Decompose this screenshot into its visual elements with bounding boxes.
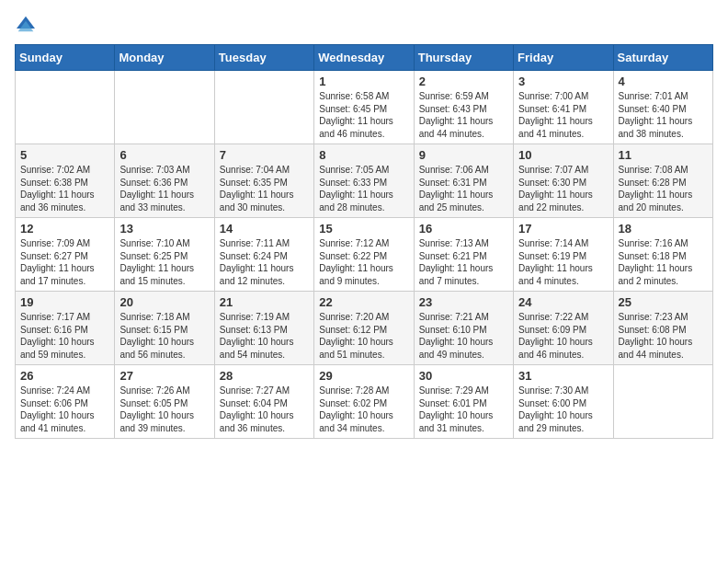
calendar-cell: 17Sunrise: 7:14 AM Sunset: 6:19 PM Dayli…: [514, 218, 613, 292]
day-header-saturday: Saturday: [613, 45, 712, 71]
calendar-cell: [115, 71, 214, 144]
day-number: 26: [20, 369, 109, 383]
day-number: 8: [319, 148, 408, 162]
day-number: 17: [518, 222, 608, 236]
day-number: 4: [619, 75, 708, 88]
day-info: Sunrise: 7:11 AM Sunset: 6:24 PM Dayligh…: [220, 237, 309, 287]
calendar-cell: 11Sunrise: 7:08 AM Sunset: 6:28 PM Dayli…: [613, 144, 712, 218]
day-number: 5: [20, 148, 109, 162]
calendar-cell: 31Sunrise: 7:30 AM Sunset: 6:00 PM Dayli…: [514, 365, 613, 439]
day-number: 9: [419, 148, 508, 162]
calendar-cell: 8Sunrise: 7:05 AM Sunset: 6:33 PM Daylig…: [314, 144, 414, 218]
calendar-cell: 7Sunrise: 7:04 AM Sunset: 6:35 PM Daylig…: [214, 144, 313, 218]
day-number: 30: [419, 369, 508, 383]
day-info: Sunrise: 7:09 AM Sunset: 6:27 PM Dayligh…: [20, 237, 109, 287]
week-row-4: 19Sunrise: 7:17 AM Sunset: 6:16 PM Dayli…: [16, 292, 713, 365]
day-info: Sunrise: 6:59 AM Sunset: 6:43 PM Dayligh…: [419, 90, 508, 140]
day-info: Sunrise: 7:16 AM Sunset: 6:18 PM Dayligh…: [619, 237, 708, 287]
logo-icon: [15, 15, 37, 33]
calendar-cell: 25Sunrise: 7:23 AM Sunset: 6:08 PM Dayli…: [613, 292, 712, 365]
calendar-cell: 16Sunrise: 7:13 AM Sunset: 6:21 PM Dayli…: [414, 218, 513, 292]
day-info: Sunrise: 7:22 AM Sunset: 6:09 PM Dayligh…: [518, 311, 608, 361]
day-header-tuesday: Tuesday: [214, 45, 313, 71]
day-number: 19: [20, 295, 109, 309]
day-info: Sunrise: 7:07 AM Sunset: 6:30 PM Dayligh…: [518, 164, 608, 213]
page-header: [15, 15, 713, 33]
calendar-cell: 2Sunrise: 6:59 AM Sunset: 6:43 PM Daylig…: [414, 71, 513, 144]
calendar-cell: 9Sunrise: 7:06 AM Sunset: 6:31 PM Daylig…: [414, 144, 513, 218]
calendar-cell: 15Sunrise: 7:12 AM Sunset: 6:22 PM Dayli…: [314, 218, 414, 292]
day-info: Sunrise: 7:17 AM Sunset: 6:16 PM Dayligh…: [20, 311, 109, 361]
day-number: 11: [619, 148, 708, 162]
calendar-cell: 20Sunrise: 7:18 AM Sunset: 6:15 PM Dayli…: [115, 292, 214, 365]
day-info: Sunrise: 7:12 AM Sunset: 6:22 PM Dayligh…: [319, 237, 408, 287]
day-info: Sunrise: 7:19 AM Sunset: 6:13 PM Dayligh…: [220, 311, 309, 361]
day-info: Sunrise: 7:04 AM Sunset: 6:35 PM Dayligh…: [220, 164, 309, 213]
calendar-cell: 4Sunrise: 7:01 AM Sunset: 6:40 PM Daylig…: [613, 71, 712, 144]
day-info: Sunrise: 7:23 AM Sunset: 6:08 PM Dayligh…: [619, 311, 708, 361]
day-number: 28: [220, 369, 309, 383]
calendar-cell: 5Sunrise: 7:02 AM Sunset: 6:38 PM Daylig…: [16, 144, 115, 218]
calendar-cell: 24Sunrise: 7:22 AM Sunset: 6:09 PM Dayli…: [514, 292, 613, 365]
calendar-cell: 23Sunrise: 7:21 AM Sunset: 6:10 PM Dayli…: [414, 292, 513, 365]
day-number: 22: [319, 295, 408, 309]
day-header-sunday: Sunday: [16, 45, 115, 71]
day-number: 6: [119, 148, 209, 162]
calendar-cell: 21Sunrise: 7:19 AM Sunset: 6:13 PM Dayli…: [214, 292, 313, 365]
day-number: 25: [619, 295, 708, 309]
day-number: 31: [518, 369, 608, 383]
calendar-cell: 6Sunrise: 7:03 AM Sunset: 6:36 PM Daylig…: [115, 144, 214, 218]
day-info: Sunrise: 7:00 AM Sunset: 6:41 PM Dayligh…: [518, 90, 608, 140]
calendar-cell: 13Sunrise: 7:10 AM Sunset: 6:25 PM Dayli…: [115, 218, 214, 292]
logo: [15, 15, 40, 33]
calendar-cell: 10Sunrise: 7:07 AM Sunset: 6:30 PM Dayli…: [514, 144, 613, 218]
day-number: 16: [419, 222, 508, 236]
day-info: Sunrise: 7:10 AM Sunset: 6:25 PM Dayligh…: [119, 237, 209, 287]
day-number: 14: [220, 222, 309, 236]
day-number: 21: [220, 295, 309, 309]
calendar-cell: 14Sunrise: 7:11 AM Sunset: 6:24 PM Dayli…: [214, 218, 313, 292]
day-number: 20: [119, 295, 209, 309]
day-info: Sunrise: 7:30 AM Sunset: 6:00 PM Dayligh…: [518, 385, 608, 434]
day-number: 15: [319, 222, 408, 236]
day-info: Sunrise: 7:01 AM Sunset: 6:40 PM Dayligh…: [619, 90, 708, 140]
calendar-cell: 22Sunrise: 7:20 AM Sunset: 6:12 PM Dayli…: [314, 292, 414, 365]
calendar-cell: 12Sunrise: 7:09 AM Sunset: 6:27 PM Dayli…: [16, 218, 115, 292]
calendar-cell: 28Sunrise: 7:27 AM Sunset: 6:04 PM Dayli…: [214, 365, 313, 439]
day-header-friday: Friday: [514, 45, 613, 71]
calendar-cell: [16, 71, 115, 144]
calendar-cell: 27Sunrise: 7:26 AM Sunset: 6:05 PM Dayli…: [115, 365, 214, 439]
day-info: Sunrise: 7:27 AM Sunset: 6:04 PM Dayligh…: [220, 385, 309, 434]
day-header-thursday: Thursday: [414, 45, 513, 71]
day-number: 10: [518, 148, 608, 162]
day-info: Sunrise: 6:58 AM Sunset: 6:45 PM Dayligh…: [319, 90, 408, 140]
day-number: 13: [119, 222, 209, 236]
day-info: Sunrise: 7:06 AM Sunset: 6:31 PM Dayligh…: [419, 164, 508, 213]
week-row-3: 12Sunrise: 7:09 AM Sunset: 6:27 PM Dayli…: [16, 218, 713, 292]
day-info: Sunrise: 7:24 AM Sunset: 6:06 PM Dayligh…: [20, 385, 109, 434]
day-number: 24: [518, 295, 608, 309]
day-header-wednesday: Wednesday: [314, 45, 414, 71]
calendar-cell: 29Sunrise: 7:28 AM Sunset: 6:02 PM Dayli…: [314, 365, 414, 439]
day-info: Sunrise: 7:21 AM Sunset: 6:10 PM Dayligh…: [419, 311, 508, 361]
day-info: Sunrise: 7:08 AM Sunset: 6:28 PM Dayligh…: [619, 164, 708, 213]
week-row-5: 26Sunrise: 7:24 AM Sunset: 6:06 PM Dayli…: [16, 365, 713, 439]
day-info: Sunrise: 7:02 AM Sunset: 6:38 PM Dayligh…: [20, 164, 109, 213]
day-number: 12: [20, 222, 109, 236]
day-number: 27: [119, 369, 209, 383]
calendar-cell: [613, 365, 712, 439]
day-number: 18: [619, 222, 708, 236]
calendar-header-row: SundayMondayTuesdayWednesdayThursdayFrid…: [16, 45, 713, 71]
day-number: 7: [220, 148, 309, 162]
day-info: Sunrise: 7:03 AM Sunset: 6:36 PM Dayligh…: [119, 164, 209, 213]
day-info: Sunrise: 7:05 AM Sunset: 6:33 PM Dayligh…: [319, 164, 408, 213]
calendar-cell: 26Sunrise: 7:24 AM Sunset: 6:06 PM Dayli…: [16, 365, 115, 439]
calendar-cell: 3Sunrise: 7:00 AM Sunset: 6:41 PM Daylig…: [514, 71, 613, 144]
day-info: Sunrise: 7:14 AM Sunset: 6:19 PM Dayligh…: [518, 237, 608, 287]
calendar-cell: 19Sunrise: 7:17 AM Sunset: 6:16 PM Dayli…: [16, 292, 115, 365]
day-info: Sunrise: 7:18 AM Sunset: 6:15 PM Dayligh…: [119, 311, 209, 361]
week-row-1: 1Sunrise: 6:58 AM Sunset: 6:45 PM Daylig…: [16, 71, 713, 144]
day-number: 23: [419, 295, 508, 309]
week-row-2: 5Sunrise: 7:02 AM Sunset: 6:38 PM Daylig…: [16, 144, 713, 218]
calendar-cell: 18Sunrise: 7:16 AM Sunset: 6:18 PM Dayli…: [613, 218, 712, 292]
